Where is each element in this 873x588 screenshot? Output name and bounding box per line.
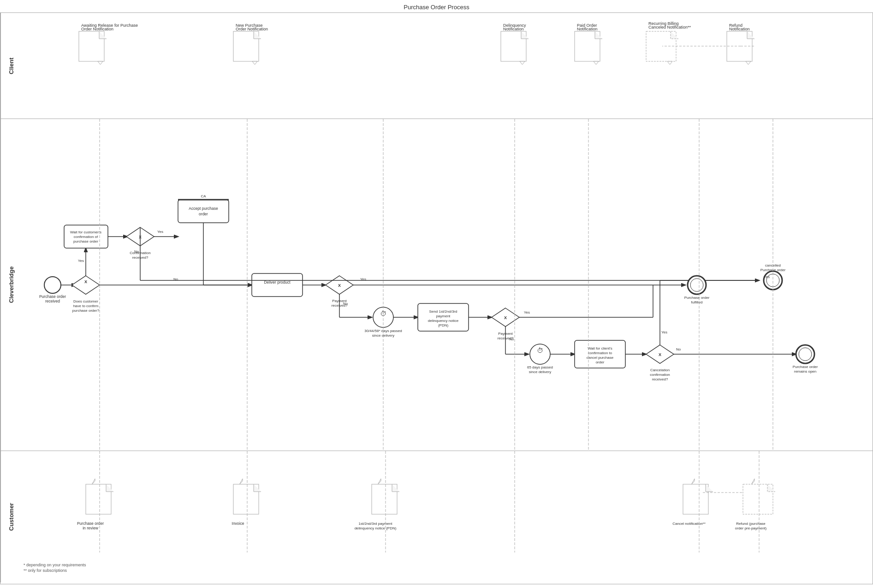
svg-marker-140	[240, 479, 243, 484]
svg-text:X: X	[338, 283, 341, 288]
svg-text:delinquency notice: delinquency notice	[428, 319, 459, 323]
svg-text:confirmation: confirmation	[650, 373, 670, 377]
svg-text:Accept purchase: Accept purchase	[189, 206, 218, 211]
svg-text:Order Notification: Order Notification	[236, 27, 268, 31]
svg-text:delinquency notice (PDN): delinquency notice (PDN)	[355, 526, 397, 530]
svg-text:Notification: Notification	[729, 27, 750, 31]
svg-text:No: No	[343, 302, 348, 306]
svg-text:fulfilled: fulfilled	[691, 300, 703, 304]
svg-text:Purchase order: Purchase order	[39, 294, 66, 299]
svg-text:order: order	[596, 360, 605, 364]
svg-marker-30	[72, 276, 100, 294]
svg-text:No: No	[509, 337, 514, 341]
svg-text:Refund (purchase: Refund (purchase	[736, 522, 766, 526]
svg-text:Yes: Yes	[524, 310, 530, 315]
svg-text:X: X	[504, 315, 507, 320]
svg-text:Yes: Yes	[661, 330, 667, 334]
svg-marker-21	[746, 61, 751, 65]
svg-text:No: No	[134, 249, 139, 254]
svg-text:⏱: ⏱	[537, 347, 543, 354]
svg-text:Wait for client's: Wait for client's	[588, 346, 612, 350]
svg-text:Wait for customer's: Wait for customer's	[70, 230, 101, 234]
lane-customer: Customer Purchase order in review Invoic…	[0, 451, 873, 582]
svg-text:Cancelation: Cancelation	[650, 368, 670, 372]
svg-text:Notification: Notification	[577, 27, 598, 31]
svg-text:order pre-payment): order pre-payment)	[735, 526, 767, 530]
svg-marker-1	[98, 61, 103, 65]
lane-content-cleverbridge: Purchase order received X Does customer …	[21, 119, 873, 451]
svg-text:Does customer: Does customer	[73, 299, 98, 303]
lane-label-customer: Customer	[0, 451, 21, 582]
svg-text:X: X	[84, 279, 87, 284]
svg-text:purchase order: purchase order	[73, 239, 98, 244]
svg-text:received?: received?	[652, 377, 668, 381]
svg-text:order: order	[199, 212, 208, 216]
svg-text:Yes: Yes	[157, 230, 163, 234]
svg-text:Purchase order: Purchase order	[793, 365, 818, 369]
svg-point-26	[44, 277, 61, 293]
svg-marker-13	[594, 61, 599, 65]
svg-text:65 days passed: 65 days passed	[527, 365, 553, 369]
svg-text:(PDN): (PDN)	[438, 323, 449, 327]
svg-text:Canceled Notification**: Canceled Notification**	[648, 25, 691, 30]
lane-content-customer: Purchase order in review Invoice 1st/2nd…	[21, 451, 873, 582]
svg-text:received: received	[45, 299, 60, 303]
svg-text:Purchase order: Purchase order	[684, 296, 710, 300]
svg-text:Order Notification: Order Notification	[81, 27, 113, 31]
svg-text:in review: in review	[83, 526, 98, 530]
lane-content-client: Awaiting Release for Purchase Order Noti…	[21, 13, 873, 119]
svg-marker-150	[752, 479, 755, 484]
svg-marker-143	[378, 479, 381, 484]
svg-marker-147	[692, 479, 695, 484]
svg-text:X: X	[659, 352, 661, 357]
svg-text:confirmation to: confirmation to	[588, 351, 612, 355]
svg-text:cancel purchase: cancel purchase	[587, 356, 614, 360]
svg-text:1st/2nd/3rd payment: 1st/2nd/3rd payment	[359, 522, 393, 526]
svg-marker-5	[252, 61, 257, 65]
svg-text:Yes: Yes	[764, 275, 770, 279]
svg-rect-49	[178, 200, 229, 223]
lane-client: Client Awaiting Release for Purchase Ord…	[0, 13, 873, 119]
svg-marker-136	[92, 479, 95, 484]
svg-text:payment: payment	[436, 314, 451, 318]
svg-point-117	[690, 279, 703, 291]
lane-label-cleverbridge: Cleverbridge	[0, 119, 21, 451]
svg-text:Invoice: Invoice	[232, 521, 244, 526]
svg-point-126	[799, 348, 812, 361]
svg-text:* depending on your requiremen: * depending on your requirements	[24, 563, 86, 567]
svg-text:Notification: Notification	[503, 27, 524, 31]
lane-label-client: Client	[0, 13, 21, 119]
diagram-container: Client Awaiting Release for Purchase Ord…	[0, 12, 873, 584]
page-title: Purchase Order Process	[0, 0, 873, 12]
svg-marker-9	[520, 61, 525, 65]
svg-text:Cancel notification**: Cancel notification**	[672, 522, 706, 526]
svg-text:purchase order?: purchase order?	[72, 309, 100, 313]
svg-text:No: No	[676, 347, 681, 351]
svg-text:Send 1st/2nd/3rd: Send 1st/2nd/3rd	[429, 309, 457, 314]
svg-text:** only for subscriptions: ** only for subscriptions	[24, 568, 67, 573]
svg-text:CA: CA	[201, 194, 206, 198]
svg-marker-17	[667, 61, 672, 65]
svg-text:Yes: Yes	[78, 259, 84, 263]
svg-text:confirmation of: confirmation of	[74, 235, 98, 239]
lane-cleverbridge: Cleverbridge Purchase order received X D…	[0, 119, 873, 451]
svg-text:since delivery: since delivery	[529, 370, 551, 374]
svg-rect-57	[252, 273, 303, 297]
svg-text:remains open: remains open	[794, 369, 816, 374]
svg-text:have to confirm: have to confirm	[73, 304, 99, 308]
svg-rect-148	[683, 484, 708, 514]
